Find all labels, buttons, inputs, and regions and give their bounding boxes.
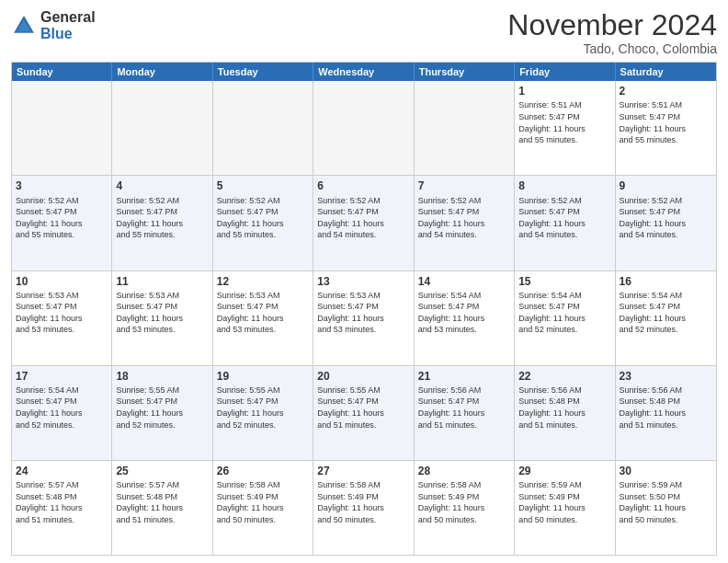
cell-info: Sunrise: 5:59 AM Sunset: 5:50 PM Dayligh…: [620, 479, 712, 525]
cell-info: Sunrise: 5:54 AM Sunset: 5:47 PM Dayligh…: [418, 290, 510, 336]
cell-info: Sunrise: 5:53 AM Sunset: 5:47 PM Dayligh…: [217, 290, 309, 336]
cell-info: Sunrise: 5:52 AM Sunset: 5:47 PM Dayligh…: [317, 195, 409, 241]
calendar-cell: 13Sunrise: 5:53 AM Sunset: 5:47 PM Dayli…: [313, 271, 414, 365]
calendar-cell: 4Sunrise: 5:52 AM Sunset: 5:47 PM Daylig…: [112, 176, 212, 270]
day-number: 21: [418, 369, 510, 384]
day-number: 28: [418, 464, 510, 478]
day-number: 23: [620, 369, 712, 384]
cell-info: Sunrise: 5:58 AM Sunset: 5:49 PM Dayligh…: [418, 479, 510, 525]
cell-info: Sunrise: 5:56 AM Sunset: 5:48 PM Dayligh…: [620, 385, 712, 431]
day-number: 11: [116, 274, 208, 289]
weekday-header: Friday: [515, 63, 615, 81]
day-number: 2: [620, 84, 712, 98]
calendar-cell: 3Sunrise: 5:52 AM Sunset: 5:47 PM Daylig…: [12, 176, 112, 270]
weekday-header: Thursday: [415, 63, 515, 81]
cell-info: Sunrise: 5:51 AM Sunset: 5:47 PM Dayligh…: [518, 99, 610, 145]
cell-info: Sunrise: 5:53 AM Sunset: 5:47 PM Dayligh…: [16, 290, 108, 336]
day-number: 26: [217, 464, 309, 478]
calendar-cell: 29Sunrise: 5:59 AM Sunset: 5:49 PM Dayli…: [515, 461, 615, 555]
day-number: 19: [217, 369, 309, 384]
calendar-cell: 2Sunrise: 5:51 AM Sunset: 5:47 PM Daylig…: [616, 81, 716, 175]
day-number: 16: [620, 274, 712, 289]
calendar-row: 1Sunrise: 5:51 AM Sunset: 5:47 PM Daylig…: [12, 81, 716, 176]
cell-info: Sunrise: 5:56 AM Sunset: 5:47 PM Dayligh…: [418, 385, 510, 431]
page: General Blue November 2024 Tado, Choco, …: [0, 0, 728, 563]
weekday-header: Wednesday: [313, 63, 414, 81]
calendar-cell: 18Sunrise: 5:55 AM Sunset: 5:47 PM Dayli…: [112, 366, 212, 460]
calendar-cell: 19Sunrise: 5:55 AM Sunset: 5:47 PM Dayli…: [213, 366, 313, 460]
day-number: 17: [16, 369, 108, 384]
calendar-cell: [112, 81, 212, 175]
weekday-header: Tuesday: [213, 63, 313, 81]
day-number: 9: [620, 178, 712, 193]
calendar-cell: [213, 81, 313, 175]
logo-blue: Blue: [40, 26, 96, 42]
calendar-cell: [313, 81, 414, 175]
cell-info: Sunrise: 5:54 AM Sunset: 5:47 PM Dayligh…: [518, 290, 610, 336]
logo: General Blue: [11, 9, 96, 41]
day-number: 30: [620, 464, 712, 478]
cell-info: Sunrise: 5:52 AM Sunset: 5:47 PM Dayligh…: [418, 195, 510, 241]
day-number: 25: [116, 464, 208, 478]
cell-info: Sunrise: 5:54 AM Sunset: 5:47 PM Dayligh…: [16, 385, 108, 431]
calendar-cell: 5Sunrise: 5:52 AM Sunset: 5:47 PM Daylig…: [213, 176, 313, 270]
cell-info: Sunrise: 5:53 AM Sunset: 5:47 PM Dayligh…: [116, 290, 208, 336]
calendar-cell: 30Sunrise: 5:59 AM Sunset: 5:50 PM Dayli…: [616, 461, 716, 555]
day-number: 1: [518, 84, 610, 98]
cell-info: Sunrise: 5:57 AM Sunset: 5:48 PM Dayligh…: [116, 479, 208, 525]
calendar-cell: 27Sunrise: 5:58 AM Sunset: 5:49 PM Dayli…: [313, 461, 414, 555]
calendar-row: 24Sunrise: 5:57 AM Sunset: 5:48 PM Dayli…: [12, 461, 716, 555]
title-block: November 2024 Tado, Choco, Colombia: [507, 9, 717, 56]
cell-info: Sunrise: 5:56 AM Sunset: 5:48 PM Dayligh…: [518, 385, 610, 431]
month-title: November 2024: [507, 9, 717, 41]
cell-info: Sunrise: 5:52 AM Sunset: 5:47 PM Dayligh…: [620, 195, 712, 241]
calendar: SundayMondayTuesdayWednesdayThursdayFrid…: [11, 62, 717, 556]
calendar-body: 1Sunrise: 5:51 AM Sunset: 5:47 PM Daylig…: [12, 81, 716, 555]
calendar-cell: 25Sunrise: 5:57 AM Sunset: 5:48 PM Dayli…: [112, 461, 212, 555]
day-number: 12: [217, 274, 309, 289]
cell-info: Sunrise: 5:53 AM Sunset: 5:47 PM Dayligh…: [317, 290, 409, 336]
cell-info: Sunrise: 5:51 AM Sunset: 5:47 PM Dayligh…: [620, 99, 712, 145]
calendar-cell: 10Sunrise: 5:53 AM Sunset: 5:47 PM Dayli…: [12, 271, 112, 365]
cell-info: Sunrise: 5:55 AM Sunset: 5:47 PM Dayligh…: [116, 385, 208, 431]
day-number: 15: [518, 274, 610, 289]
day-number: 14: [418, 274, 510, 289]
calendar-cell: 23Sunrise: 5:56 AM Sunset: 5:48 PM Dayli…: [616, 366, 716, 460]
calendar-cell: 24Sunrise: 5:57 AM Sunset: 5:48 PM Dayli…: [12, 461, 112, 555]
calendar-cell: 28Sunrise: 5:58 AM Sunset: 5:49 PM Dayli…: [415, 461, 515, 555]
cell-info: Sunrise: 5:52 AM Sunset: 5:47 PM Dayligh…: [16, 195, 108, 241]
day-number: 5: [217, 178, 309, 193]
weekday-header: Saturday: [616, 63, 716, 81]
cell-info: Sunrise: 5:52 AM Sunset: 5:47 PM Dayligh…: [518, 195, 610, 241]
day-number: 4: [116, 178, 208, 193]
calendar-row: 17Sunrise: 5:54 AM Sunset: 5:47 PM Dayli…: [12, 366, 716, 461]
day-number: 3: [16, 178, 108, 193]
day-number: 8: [518, 178, 610, 193]
day-number: 27: [317, 464, 409, 478]
cell-info: Sunrise: 5:55 AM Sunset: 5:47 PM Dayligh…: [317, 385, 409, 431]
logo-icon: [11, 13, 37, 39]
day-number: 10: [16, 274, 108, 289]
cell-info: Sunrise: 5:54 AM Sunset: 5:47 PM Dayligh…: [620, 290, 712, 336]
calendar-cell: 17Sunrise: 5:54 AM Sunset: 5:47 PM Dayli…: [12, 366, 112, 460]
day-number: 6: [317, 178, 409, 193]
calendar-cell: 9Sunrise: 5:52 AM Sunset: 5:47 PM Daylig…: [616, 176, 716, 270]
cell-info: Sunrise: 5:59 AM Sunset: 5:49 PM Dayligh…: [518, 479, 610, 525]
calendar-cell: 14Sunrise: 5:54 AM Sunset: 5:47 PM Dayli…: [415, 271, 515, 365]
header: General Blue November 2024 Tado, Choco, …: [11, 9, 717, 56]
calendar-row: 10Sunrise: 5:53 AM Sunset: 5:47 PM Dayli…: [12, 271, 716, 366]
calendar-cell: 22Sunrise: 5:56 AM Sunset: 5:48 PM Dayli…: [515, 366, 615, 460]
day-number: 29: [518, 464, 610, 478]
cell-info: Sunrise: 5:52 AM Sunset: 5:47 PM Dayligh…: [217, 195, 309, 241]
cell-info: Sunrise: 5:58 AM Sunset: 5:49 PM Dayligh…: [217, 479, 309, 525]
calendar-cell: 16Sunrise: 5:54 AM Sunset: 5:47 PM Dayli…: [616, 271, 716, 365]
calendar-cell: 11Sunrise: 5:53 AM Sunset: 5:47 PM Dayli…: [112, 271, 212, 365]
calendar-cell: 20Sunrise: 5:55 AM Sunset: 5:47 PM Dayli…: [313, 366, 414, 460]
calendar-cell: 15Sunrise: 5:54 AM Sunset: 5:47 PM Dayli…: [515, 271, 615, 365]
cell-info: Sunrise: 5:52 AM Sunset: 5:47 PM Dayligh…: [116, 195, 208, 241]
day-number: 20: [317, 369, 409, 384]
calendar-cell: [12, 81, 112, 175]
calendar-cell: 6Sunrise: 5:52 AM Sunset: 5:47 PM Daylig…: [313, 176, 414, 270]
logo-general: General: [40, 9, 96, 26]
calendar-cell: 7Sunrise: 5:52 AM Sunset: 5:47 PM Daylig…: [415, 176, 515, 270]
